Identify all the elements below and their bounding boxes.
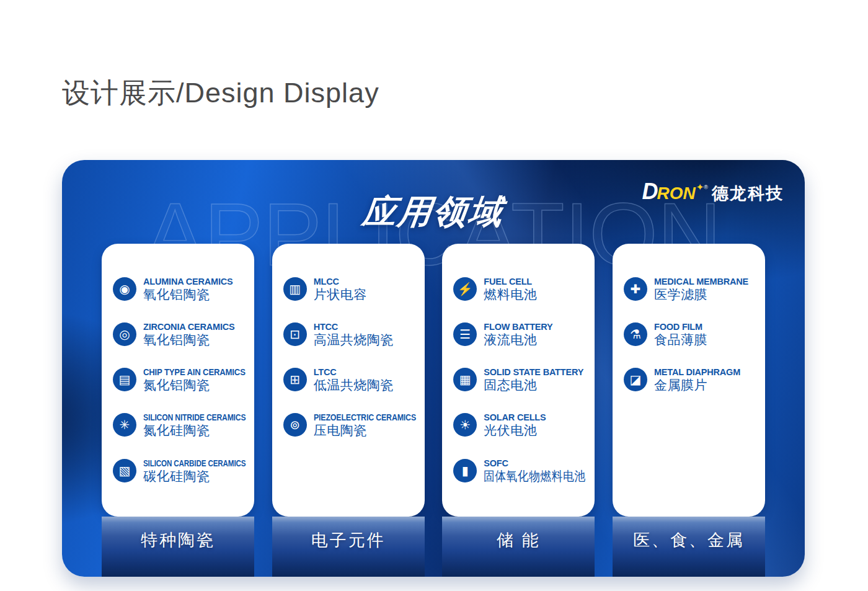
item-text: MEDICAL MEMBRANE 医学滤膜 bbox=[654, 276, 756, 302]
item-text: HTCC 高温共烧陶瓷 bbox=[314, 321, 416, 347]
application-item: ☰ FLOW BATTERY 液流电池 bbox=[453, 321, 586, 347]
application-item: ◉ ALUMINA CERAMICS 氧化铝陶瓷 bbox=[113, 276, 246, 302]
card-footer: 储 能 bbox=[442, 517, 595, 577]
application-card: ⚡ FUEL CELL 燃料电池 ☰ FLOW BATTERY 液流电池 ▦ S… bbox=[442, 244, 595, 517]
application-item: ✚ MEDICAL MEMBRANE 医学滤膜 bbox=[624, 276, 756, 302]
cards-row: ◉ ALUMINA CERAMICS 氧化铝陶瓷 ◎ ZIRCONIA CERA… bbox=[102, 244, 765, 577]
application-card: ◉ ALUMINA CERAMICS 氧化铝陶瓷 ◎ ZIRCONIA CERA… bbox=[102, 244, 254, 517]
item-text: FLOW BATTERY 液流电池 bbox=[484, 321, 586, 347]
card-footer-label: 医、食、金属 bbox=[633, 529, 745, 551]
item-english-label: SILICON NITRIDE CERAMICS bbox=[143, 412, 246, 423]
item-chinese-label: 氮化铝陶瓷 bbox=[143, 378, 210, 393]
item-chinese-label: 氮化硅陶瓷 bbox=[143, 423, 210, 438]
disc-icon: ◉ bbox=[113, 277, 136, 301]
application-item: ▮ SOFC 固体氧化物燃料电池 bbox=[453, 458, 586, 484]
card-footer-label: 储 能 bbox=[497, 529, 541, 551]
item-text: LTCC 低温共烧陶瓷 bbox=[314, 367, 416, 393]
application-item: ⊡ HTCC 高温共烧陶瓷 bbox=[283, 321, 416, 347]
item-chinese-label: 液流电池 bbox=[484, 332, 537, 347]
application-item: ▦ SOLID STATE BATTERY 固态电池 bbox=[453, 367, 586, 393]
card-footer: 电子元件 bbox=[272, 517, 425, 577]
item-english-label: FOOD FILM bbox=[654, 322, 702, 332]
item-text: SOLAR CELLS 光伏电池 bbox=[484, 412, 586, 438]
item-chinese-label: 固体氧化物燃料电池 bbox=[484, 469, 586, 484]
item-text: MLCC 片状电容 bbox=[314, 276, 416, 302]
item-chinese-label: 燃料电池 bbox=[484, 287, 537, 302]
page-title: 设计展示/Design Display bbox=[62, 74, 379, 112]
item-english-label: ZIRCONIA CERAMICS bbox=[143, 322, 235, 332]
item-text: CHIP TYPE AIN CERAMICS 氮化铝陶瓷 bbox=[143, 367, 246, 393]
application-column: ◉ ALUMINA CERAMICS 氧化铝陶瓷 ◎ ZIRCONIA CERA… bbox=[102, 244, 254, 577]
item-english-label: SOFC bbox=[484, 458, 508, 469]
diaphragm-icon: ◪ bbox=[624, 368, 647, 391]
panel-icon: ▦ bbox=[453, 368, 477, 391]
ring-icon: ◎ bbox=[113, 322, 136, 346]
item-chinese-label: 低温共烧陶瓷 bbox=[314, 378, 394, 393]
application-column: ✚ MEDICAL MEMBRANE 医学滤膜 ⚗ FOOD FILM 食品薄膜… bbox=[613, 244, 765, 577]
item-chinese-label: 医学滤膜 bbox=[654, 287, 707, 302]
item-english-label: SILICON CARBIDE CERAMICS bbox=[143, 458, 246, 469]
item-chinese-label: 碳化硅陶瓷 bbox=[143, 469, 210, 484]
rolls-icon: ▧ bbox=[113, 459, 136, 482]
application-item: ⚡ FUEL CELL 燃料电池 bbox=[453, 276, 586, 302]
sun-icon: ☀ bbox=[453, 413, 477, 437]
item-english-label: FLOW BATTERY bbox=[484, 322, 552, 332]
application-item: ◪ METAL DIAPHRAGM 金属膜片 bbox=[624, 367, 756, 393]
logo-star-icon: ✦ bbox=[696, 182, 704, 193]
item-english-label: PIEZOELECTRIC CERAMICS bbox=[314, 412, 416, 423]
application-column: ⚡ FUEL CELL 燃料电池 ☰ FLOW BATTERY 液流电池 ▦ S… bbox=[442, 244, 595, 577]
chip-icon: ▤ bbox=[113, 368, 136, 391]
item-text: ALUMINA CERAMICS 氧化铝陶瓷 bbox=[143, 276, 246, 302]
item-english-label: CHIP TYPE AIN CERAMICS bbox=[143, 367, 246, 378]
item-chinese-label: 片状电容 bbox=[314, 287, 367, 302]
item-text: SILICON NITRIDE CERAMICS 氮化硅陶瓷 bbox=[143, 412, 246, 438]
card-footer-label: 特种陶瓷 bbox=[141, 529, 215, 551]
item-text: METAL DIAPHRAGM 金属膜片 bbox=[654, 367, 756, 393]
application-item: ⚗ FOOD FILM 食品薄膜 bbox=[624, 321, 756, 347]
burst-icon: ✳ bbox=[113, 413, 136, 437]
item-chinese-label: 固态电池 bbox=[484, 378, 537, 393]
item-english-label: SOLID STATE BATTERY bbox=[484, 367, 583, 378]
target-icon: ⊚ bbox=[283, 413, 307, 437]
application-item: ⊚ PIEZOELECTRIC CERAMICS 压电陶瓷 bbox=[283, 412, 416, 438]
item-english-label: MEDICAL MEMBRANE bbox=[654, 277, 748, 287]
item-text: PIEZOELECTRIC CERAMICS 压电陶瓷 bbox=[314, 412, 416, 438]
card-item-list: ◉ ALUMINA CERAMICS 氧化铝陶瓷 ◎ ZIRCONIA CERA… bbox=[113, 276, 246, 484]
item-english-label: LTCC bbox=[314, 367, 337, 378]
item-text: SOLID STATE BATTERY 固态电池 bbox=[484, 367, 586, 393]
application-item: ✳ SILICON NITRIDE CERAMICS 氮化硅陶瓷 bbox=[113, 412, 246, 438]
item-english-label: SOLAR CELLS bbox=[484, 412, 546, 423]
registered-mark: ® bbox=[704, 184, 708, 190]
item-english-label: ALUMINA CERAMICS bbox=[143, 277, 232, 287]
application-card: ✚ MEDICAL MEMBRANE 医学滤膜 ⚗ FOOD FILM 食品薄膜… bbox=[613, 244, 765, 517]
application-item: ☀ SOLAR CELLS 光伏电池 bbox=[453, 412, 586, 438]
circuit-icon: ⊡ bbox=[283, 322, 307, 346]
item-chinese-label: 食品薄膜 bbox=[654, 332, 707, 347]
bottle-icon: ⚗ bbox=[624, 322, 647, 346]
grid-icon: ⊞ bbox=[283, 368, 307, 391]
application-panel: APPLICATION 应用领域 D RON ✦ ® 德龙科技 ◉ ALUMIN… bbox=[62, 160, 805, 577]
item-text: FUEL CELL 燃料电池 bbox=[484, 276, 586, 302]
item-english-label: FUEL CELL bbox=[484, 277, 532, 287]
card-footer-label: 电子元件 bbox=[311, 529, 386, 551]
item-chinese-label: 氧化铝陶瓷 bbox=[143, 287, 210, 302]
item-chinese-label: 金属膜片 bbox=[654, 378, 707, 393]
application-column: ▥ MLCC 片状电容 ⊡ HTCC 高温共烧陶瓷 ⊞ LTCC 低温共烧陶瓷 … bbox=[272, 244, 425, 577]
item-chinese-label: 压电陶瓷 bbox=[314, 423, 367, 438]
logo-letter-d: D bbox=[642, 179, 657, 205]
panel-title: 应用领域 bbox=[360, 190, 507, 235]
card-item-list: ▥ MLCC 片状电容 ⊡ HTCC 高温共烧陶瓷 ⊞ LTCC 低温共烧陶瓷 … bbox=[283, 276, 416, 438]
card-footer: 特种陶瓷 bbox=[102, 517, 254, 577]
item-text: SOFC 固体氧化物燃料电池 bbox=[484, 458, 586, 484]
logo-letters-ron: RON bbox=[657, 184, 696, 203]
iv-bag-icon: ✚ bbox=[624, 277, 647, 301]
brand-logo: D RON ✦ ® 德龙科技 bbox=[642, 179, 784, 205]
application-item: ▥ MLCC 片状电容 bbox=[283, 276, 416, 302]
item-text: ZIRCONIA CERAMICS 氧化铝陶瓷 bbox=[143, 321, 246, 347]
logo-company-name: 德龙科技 bbox=[712, 182, 784, 205]
item-english-label: METAL DIAPHRAGM bbox=[654, 367, 740, 378]
application-card: ▥ MLCC 片状电容 ⊡ HTCC 高温共烧陶瓷 ⊞ LTCC 低温共烧陶瓷 … bbox=[272, 244, 425, 517]
card-item-list: ⚡ FUEL CELL 燃料电池 ☰ FLOW BATTERY 液流电池 ▦ S… bbox=[453, 276, 586, 484]
item-english-label: HTCC bbox=[314, 322, 338, 332]
capacitor-icon: ▥ bbox=[283, 277, 307, 301]
